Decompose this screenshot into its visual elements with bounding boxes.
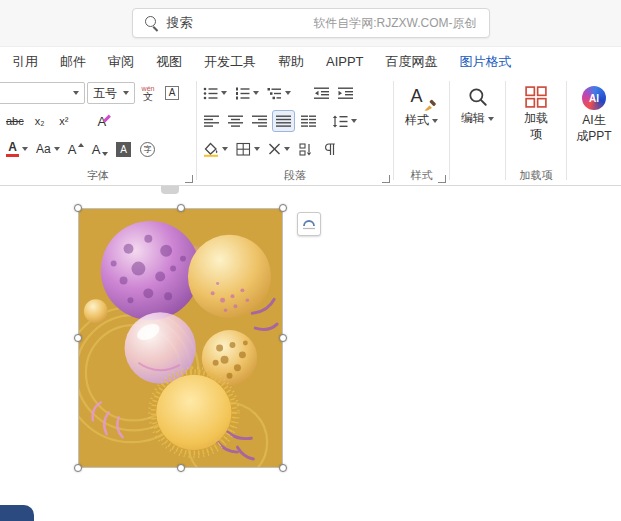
tab-aippt[interactable]: AIPPT (315, 47, 375, 76)
grow-font-icon: A (68, 143, 84, 156)
addins-group: 加载 项 加载项 (506, 76, 566, 185)
clear-formatting-icon: A (97, 114, 106, 129)
shading-button[interactable] (200, 138, 231, 160)
tab-picture-format[interactable]: 图片格式 (449, 47, 523, 76)
font-size-select[interactable]: 五号 (87, 82, 135, 104)
paragraph-dialog-launcher-icon[interactable] (382, 175, 390, 183)
tab-mailings[interactable]: 邮件 (49, 47, 97, 76)
styles-dialog-launcher-icon[interactable] (438, 175, 446, 183)
document-canvas[interactable] (0, 186, 621, 521)
phonetic-guide-button[interactable]: wén 文 (137, 82, 159, 104)
strikethrough-button[interactable]: abc (3, 110, 27, 132)
justify-button[interactable] (272, 110, 295, 132)
search-watermark: 软件自学网:RJZXW.COM-原创 (313, 15, 476, 32)
selected-image-frame[interactable] (78, 208, 283, 468)
chevron-down-icon (351, 119, 357, 123)
decrease-indent-button[interactable] (310, 82, 332, 104)
superscript-button[interactable]: x² (53, 110, 75, 132)
selection-handle-nw[interactable] (74, 204, 82, 212)
chevron-down-icon (54, 147, 60, 151)
multilevel-list-button[interactable] (264, 82, 294, 104)
layout-options-button[interactable] (297, 212, 321, 236)
character-shading-button[interactable]: A (113, 138, 135, 160)
selection-handle-se[interactable] (279, 464, 287, 472)
tab-help[interactable]: 帮助 (267, 47, 315, 76)
styles-button[interactable]: A 样式 (397, 80, 446, 130)
chevron-down-icon (432, 119, 438, 123)
chevron-down-icon (254, 147, 260, 151)
ai-generate-ppt-button[interactable]: AI AI生 成PPT (570, 80, 618, 146)
chevron-down-icon (284, 147, 290, 151)
tab-developer[interactable]: 开发工具 (193, 47, 267, 76)
font-color-button[interactable]: A (3, 138, 31, 160)
addins-group-label: 加载项 (506, 168, 566, 183)
paragraph-group-label: 段落 (197, 168, 393, 183)
numbered-list-button[interactable] (232, 82, 262, 104)
font-group-label: 字体 (0, 168, 196, 183)
show-marks-button[interactable] (319, 138, 341, 160)
subscript-icon: x₂ (35, 115, 45, 127)
font-dialog-launcher-icon[interactable] (185, 175, 193, 183)
asian-layout-icon (268, 143, 281, 155)
word-window: 搜索 软件自学网:RJZXW.COM-原创 引用 邮件 审阅 视图 开发工具 帮… (0, 0, 621, 521)
align-right-button[interactable] (248, 110, 270, 132)
corner-badge (0, 505, 34, 521)
selection-handle-ne[interactable] (279, 204, 287, 212)
align-center-icon (228, 115, 243, 128)
bullet-list-button[interactable] (200, 82, 230, 104)
increase-indent-icon (338, 87, 353, 100)
editing-group: 编辑 (450, 76, 505, 185)
shading-bucket-icon (203, 142, 219, 157)
selection-handle-n[interactable] (177, 204, 185, 212)
styles-brush-icon: A (408, 86, 436, 110)
sort-button[interactable] (295, 138, 317, 160)
align-left-icon (204, 115, 219, 128)
align-left-button[interactable] (200, 110, 222, 132)
font-name-select[interactable] (0, 82, 85, 104)
asian-layout-button[interactable] (265, 138, 293, 160)
chevron-down-icon (488, 117, 494, 121)
chevron-down-icon (222, 147, 228, 151)
enclose-characters-icon: 字 (140, 142, 155, 157)
tab-review[interactable]: 审阅 (97, 47, 145, 76)
ai-button-label-line1: AI生 (582, 113, 605, 129)
selection-handle-s[interactable] (177, 464, 185, 472)
paragraph-group: 段落 (197, 76, 393, 185)
align-center-button[interactable] (224, 110, 246, 132)
ribbon-tab-bar: 引用 邮件 审阅 视图 开发工具 帮助 AIPPT 百度网盘 图片格式 (0, 47, 621, 76)
editing-button[interactable]: 编辑 (453, 80, 502, 128)
tab-references[interactable]: 引用 (1, 47, 49, 76)
font-group: 五号 wén 文 A abc (0, 76, 196, 185)
shrink-font-button[interactable]: A (89, 138, 111, 160)
font-size-value: 五号 (93, 85, 117, 102)
superscript-icon: x² (59, 115, 68, 127)
sort-icon (299, 143, 313, 156)
character-border-button[interactable]: A (161, 82, 183, 104)
clear-formatting-button[interactable]: A (91, 110, 113, 132)
align-right-icon (252, 115, 267, 128)
distribute-text-icon (301, 115, 316, 128)
subscript-button[interactable]: x₂ (29, 110, 51, 132)
justify-icon (276, 115, 291, 128)
increase-indent-button[interactable] (334, 82, 356, 104)
grow-font-button[interactable]: A (65, 138, 87, 160)
layout-options-icon (301, 216, 317, 232)
borders-button[interactable] (233, 138, 263, 160)
character-border-icon: A (165, 86, 180, 100)
line-spacing-button[interactable] (329, 110, 360, 132)
addins-button-label-line1: 加载 (524, 111, 548, 127)
distribute-text-button[interactable] (297, 110, 319, 132)
selection-handle-sw[interactable] (74, 464, 82, 472)
enclose-characters-button[interactable]: 字 (137, 138, 159, 160)
phonetic-guide-icon: wén 文 (142, 85, 155, 102)
document-image[interactable] (79, 209, 282, 467)
selection-handle-e[interactable] (279, 334, 287, 342)
addins-button[interactable]: 加载 项 (509, 80, 563, 144)
tab-view[interactable]: 视图 (145, 47, 193, 76)
change-case-button[interactable]: Aa (33, 138, 63, 160)
selection-handle-w[interactable] (74, 334, 82, 342)
multilevel-list-icon (267, 87, 282, 100)
tab-baidu-netdisk[interactable]: 百度网盘 (375, 47, 449, 76)
search-input[interactable]: 搜索 软件自学网:RJZXW.COM-原创 (132, 8, 490, 38)
line-spacing-icon (332, 115, 348, 128)
